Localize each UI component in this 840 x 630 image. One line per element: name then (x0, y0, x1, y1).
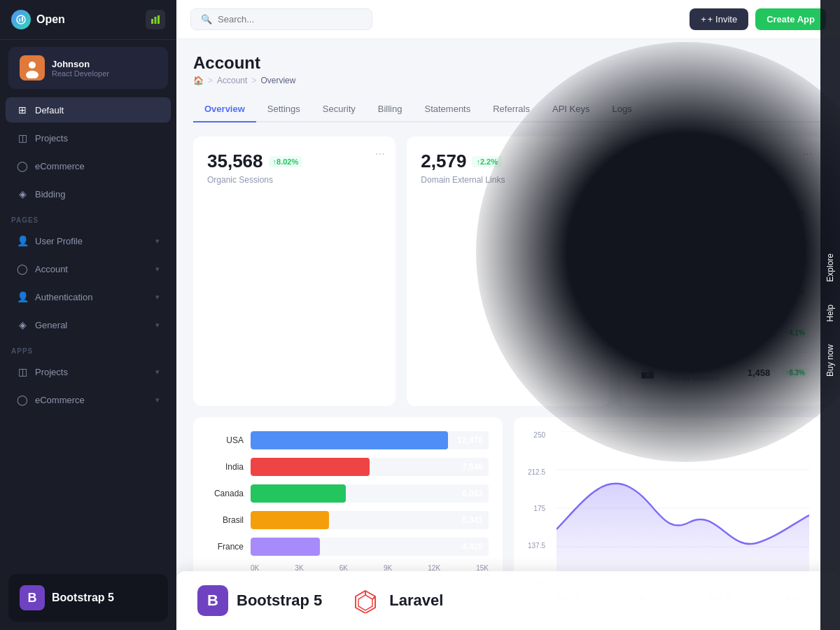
svg-rect-3 (151, 19, 153, 24)
topbar-actions: + + Invite Create App (690, 8, 826, 30)
stat-badge: ↑2.2% (686, 156, 716, 167)
sidebar-item-account[interactable]: ◯ Account ▾ (6, 256, 171, 281)
buy-now-button[interactable]: Buy now (820, 333, 840, 388)
general-icon: ◈ (17, 319, 28, 330)
invite-plus-icon: + (701, 14, 706, 24)
sidebar-header: Open (0, 0, 176, 40)
apps-section-label: APPS (0, 339, 176, 358)
social-row-linkedin: in Linked In Social Media 1,088 ↓0.4% (635, 233, 809, 273)
bar-row-canada: Canada 6,083 (207, 484, 489, 503)
right-panel: 🔍 + + Invite Create App Account 🏠 > Acco… (176, 0, 840, 630)
social-row-slack: # Slack Messanger 794 ↑0.2% (635, 273, 809, 313)
line-chart-svg (556, 431, 809, 585)
user-card: Johnson React Developer (8, 47, 168, 89)
stats-grid: ··· 35,568 ↑8.02% Organic Sessions ··· 2… (193, 136, 823, 406)
sidebar-item-label: Bidding (35, 189, 65, 200)
sidebar-item-ecommerce-app[interactable]: ◯ eCommerce ▾ (6, 387, 171, 412)
tab-security[interactable]: Security (312, 97, 367, 122)
tab-settings[interactable]: Settings (256, 97, 312, 122)
sidebar-item-label: eCommerce (35, 395, 85, 405)
chevron-down-icon: ▾ (155, 237, 160, 246)
sidebar-item-authentication[interactable]: 👤 Authentication ▾ (6, 284, 171, 309)
bootstrap-name: Bootstrap 5 (237, 592, 322, 610)
tab-statements[interactable]: Statements (413, 97, 482, 122)
create-app-button[interactable]: Create App (755, 8, 826, 30)
bootstrap-tech: B Bootstrap 5 (197, 585, 322, 616)
search-box[interactable]: 🔍 (190, 8, 372, 30)
sidebar-item-label: Projects (35, 133, 68, 144)
sidebar-item-general[interactable]: ◈ General ▾ (6, 312, 171, 337)
sidebar-item-user-profile[interactable]: 👤 User Profile ▾ (6, 228, 171, 253)
chevron-down-icon: ▾ (155, 396, 160, 405)
sidebar-chart-icon[interactable] (146, 10, 165, 29)
stat-card-sessions: ··· 35,568 ↑8.02% Organic Sessions (193, 136, 396, 406)
svg-rect-1 (19, 18, 20, 22)
bar-row-france: France 4,420 (207, 538, 489, 556)
pages-section-label: PAGES (0, 208, 176, 227)
user-role: React Developer (52, 69, 109, 78)
sidebar-item-label: Default (35, 105, 64, 115)
bidding-icon: ◈ (17, 188, 28, 200)
stat-menu-icon[interactable]: ··· (589, 148, 598, 160)
sidebar: Open Johnson React Developer ⊞ Default ◫… (0, 0, 176, 630)
slack-icon: # (635, 280, 660, 305)
projects-icon: ◫ (17, 132, 28, 144)
stat-badge: ↑8.02% (269, 156, 303, 167)
social-row-youtube: ▶ YouTube Video Channel 978 ↑4.1% (635, 313, 809, 353)
sidebar-item-label: User Profile (35, 236, 83, 246)
tab-bar: Overview Settings Security Billing State… (193, 97, 823, 122)
chevron-down-icon: ▾ (155, 368, 160, 377)
stat-card-links: ··· 2,579 ↑2.2% Domain External Links (407, 136, 609, 406)
stat-value: 35,568 ↑8.02% (207, 150, 382, 172)
stat-label: Organic Sessions (207, 175, 382, 185)
sidebar-item-ecommerce[interactable]: ◯ eCommerce (6, 153, 171, 178)
svg-point-0 (17, 15, 25, 24)
sidebar-item-label: Projects (35, 367, 68, 377)
main-content: Account 🏠 > Account > Overview Overview … (176, 39, 840, 630)
bar-row-usa: USA 12,478 (207, 431, 489, 449)
tab-logs[interactable]: Logs (601, 97, 643, 122)
sidebar-item-label: eCommerce (35, 161, 85, 172)
stat-card-social: ··· 5,037 ↑2.2% Visits by Social Network… (621, 136, 823, 406)
tab-billing[interactable]: Billing (367, 97, 414, 122)
instagram-icon: 📸 (635, 360, 660, 385)
invite-button[interactable]: + + Invite (690, 8, 748, 30)
avatar (20, 55, 45, 80)
sidebar-footer: B Bootstrap 5 (8, 574, 168, 622)
chevron-down-icon: ▾ (155, 265, 160, 274)
explore-button[interactable]: Explore (820, 242, 840, 293)
tech-stack-overlay: B Bootstrap 5 Laravel (176, 571, 840, 630)
stat-value: 2,579 ↑2.2% (421, 150, 595, 172)
social-row-dribbble: 🏀 Dribbble Community 579 ↑2.6% (635, 193, 809, 233)
stat-badge: ↑2.2% (472, 156, 502, 167)
sidebar-logo: Open (11, 10, 65, 29)
svg-point-7 (29, 62, 36, 69)
page-title: Account (193, 53, 823, 73)
social-row-instagram: 📸 Instagram Social Network 1,458 ↑8.3% (635, 353, 809, 392)
tab-overview[interactable]: Overview (193, 97, 256, 122)
sidebar-item-bidding[interactable]: ◈ Bidding (6, 181, 171, 206)
projects-app-icon: ◫ (17, 366, 28, 377)
tab-referrals[interactable]: Referrals (482, 97, 541, 122)
bar-row-brasil: Brasil 5,041 (207, 511, 489, 529)
stat-value: 5,037 ↑2.2% (635, 150, 809, 172)
side-panel: Explore Help Buy now (820, 0, 840, 630)
logo-icon (11, 10, 31, 29)
bootstrap-b-icon: B (197, 585, 228, 616)
breadcrumb: 🏠 > Account > Overview (193, 76, 823, 85)
sidebar-item-default[interactable]: ⊞ Default (6, 97, 171, 122)
stat-menu-icon[interactable]: ··· (803, 148, 812, 160)
sidebar-item-projects-app[interactable]: ◫ Projects ▾ (6, 359, 171, 384)
grid-icon: ⊞ (17, 104, 28, 115)
bootstrap-label: Bootstrap 5 (52, 592, 114, 604)
auth-icon: 👤 (17, 291, 28, 302)
home-icon: 🏠 (193, 76, 204, 85)
ecommerce-icon: ◯ (17, 160, 28, 172)
help-button[interactable]: Help (820, 293, 840, 333)
search-input[interactable] (218, 14, 362, 24)
ecommerce-app-icon: ◯ (17, 394, 28, 405)
sidebar-item-label: Account (35, 264, 68, 274)
stat-menu-icon[interactable]: ··· (375, 148, 384, 160)
tab-api-keys[interactable]: API Keys (541, 97, 601, 122)
sidebar-item-projects[interactable]: ◫ Projects (6, 125, 171, 150)
